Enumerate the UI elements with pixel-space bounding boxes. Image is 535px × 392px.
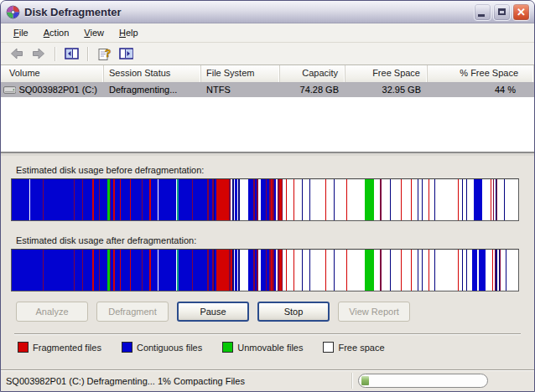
volume-cell: SQ003982P01 (C:): [1, 82, 104, 97]
defrag-display-pane: Estimated disk usage before defragmentat…: [1, 156, 534, 369]
usage-segment: [310, 250, 325, 291]
usage-segment: [474, 179, 482, 220]
usage-segment: [151, 179, 158, 220]
disk-defragmenter-icon: [6, 5, 20, 19]
usage-segment: [83, 179, 92, 220]
defragment-button[interactable]: Defragment: [96, 302, 169, 322]
usage-segment: [240, 179, 248, 220]
close-icon: ✕: [517, 6, 526, 18]
back-button[interactable]: [8, 44, 26, 63]
usage-segment: [100, 250, 107, 291]
close-button[interactable]: ✕: [512, 3, 530, 21]
toolbar-separator: [87, 47, 88, 61]
usage-segment: [158, 179, 176, 220]
usage-segment: [100, 179, 107, 220]
usage-segment: [216, 250, 229, 291]
unmovable-swatch: [222, 342, 233, 353]
menu-view[interactable]: View: [76, 25, 112, 40]
forward-button[interactable]: [29, 44, 48, 63]
maximize-icon: [498, 8, 506, 15]
usage-segment: [482, 179, 491, 220]
menu-help[interactable]: Help: [112, 25, 146, 40]
column-header-file-system[interactable]: File System: [201, 65, 280, 82]
volume-list: Volume Session Status File System Capaci…: [1, 65, 534, 152]
help-icon: ?: [97, 47, 112, 61]
column-header-capacity[interactable]: Capacity: [280, 65, 345, 82]
usage-segment: [294, 250, 302, 291]
legend: Fragmented files Contiguous files Unmova…: [18, 342, 524, 353]
usage-segment: [131, 250, 142, 291]
volume-row-selected[interactable]: SQ003982P01 (C:) Defragmenting... NTFS 7…: [1, 82, 534, 97]
usage-segment: [12, 250, 43, 291]
legend-item-contiguous: Contiguous files: [122, 342, 202, 353]
progress-fill: [361, 376, 369, 385]
legend-label: Fragmented files: [33, 343, 101, 353]
usage-segment: [412, 179, 418, 220]
disk-defragmenter-window: Disk Defragmenter ✕ File Action View Hel…: [0, 0, 535, 392]
usage-segment: [30, 179, 43, 220]
legend-item-unmovable: Unmovable files: [222, 342, 303, 353]
legend-item-free-space: Free space: [323, 342, 384, 353]
usage-segment: [143, 179, 149, 220]
menu-action[interactable]: Action: [36, 25, 77, 40]
toolbar: ?: [1, 43, 534, 65]
usage-segment: [83, 250, 92, 291]
usage-segment: [382, 250, 390, 291]
title-bar[interactable]: Disk Defragmenter ✕: [1, 1, 534, 23]
usage-segment: [374, 250, 380, 291]
volume-list-header: Volume Session Status File System Capaci…: [1, 65, 534, 82]
usage-segment: [12, 179, 29, 220]
usage-segment: [435, 179, 458, 220]
back-icon: [10, 47, 23, 60]
usage-segment: [121, 250, 130, 291]
usage-segment: [467, 179, 474, 220]
minimize-button[interactable]: [474, 3, 491, 21]
usage-segment: [326, 179, 334, 220]
usage-segment: [402, 250, 411, 291]
usage-segment: [75, 250, 82, 291]
status-bar: SQ003982P01 (C:) Defragmenting... 1% Com…: [1, 369, 534, 391]
usage-segment: [193, 179, 207, 220]
view-report-button[interactable]: View Report: [338, 302, 410, 322]
usage-segment: [158, 250, 176, 291]
usage-bar-before: [11, 178, 519, 221]
column-header-pct-free-space[interactable]: % Free Space: [428, 65, 534, 82]
column-header-free-space[interactable]: Free Space: [345, 65, 428, 82]
usage-segment: [423, 250, 429, 291]
usage-segment: [347, 250, 365, 291]
usage-segment: [347, 179, 365, 220]
free-space-swatch: [323, 342, 334, 353]
stop-button[interactable]: Stop: [257, 302, 330, 322]
legend-label: Free space: [338, 343, 384, 353]
free-space-cell: 32.95 GB: [345, 82, 428, 97]
defrag-progress-bar: [358, 374, 488, 388]
usage-segment: [179, 250, 192, 291]
menu-file[interactable]: File: [6, 25, 36, 40]
menu-bar: File Action View Help: [1, 23, 534, 43]
contiguous-swatch: [122, 342, 132, 353]
usage-segment: [44, 179, 74, 220]
show-console-tree-button[interactable]: [62, 44, 81, 63]
usage-segment: [121, 179, 130, 220]
usage-bar-after: [11, 249, 519, 291]
usage-segment: [382, 179, 390, 220]
volume-name: SQ003982P01 (C:): [18, 82, 97, 97]
drive-icon: [3, 85, 16, 95]
usage-segment: [143, 250, 149, 291]
usage-segment: [75, 179, 82, 220]
column-header-volume[interactable]: Volume: [1, 65, 104, 82]
usage-segment: [374, 179, 380, 220]
pause-button[interactable]: Pause: [177, 302, 249, 322]
column-header-session-status[interactable]: Session Status: [104, 65, 201, 82]
help-button[interactable]: ?: [95, 44, 113, 63]
analyze-button[interactable]: Analyze: [16, 302, 88, 322]
session-status-cell: Defragmenting...: [104, 82, 201, 97]
fragmented-swatch: [18, 342, 29, 353]
show-action-pane-icon: [119, 47, 133, 60]
maximize-button[interactable]: [493, 3, 511, 21]
show-action-pane-button[interactable]: [117, 44, 135, 63]
usage-segment: [335, 179, 346, 220]
usage-segment: [365, 250, 374, 291]
show-console-tree-icon: [65, 47, 79, 60]
usage-segment: [44, 250, 74, 291]
